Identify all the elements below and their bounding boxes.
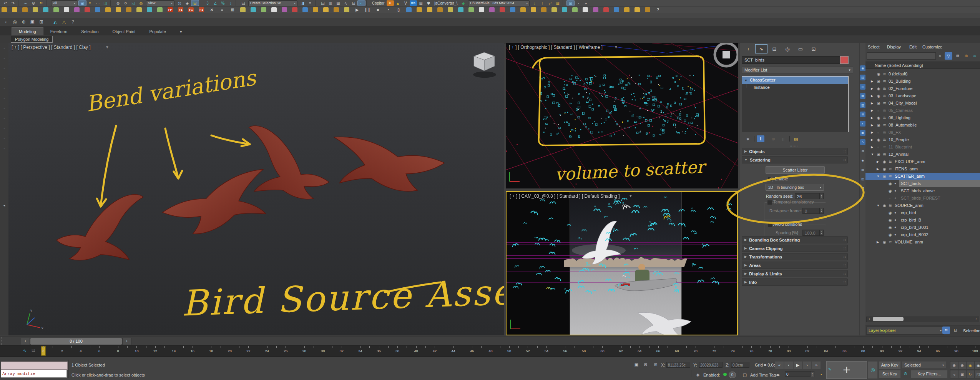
- set-key-button[interactable]: Set Key: [879, 370, 901, 378]
- ribbon-tab-modeling[interactable]: Modeling: [12, 27, 43, 35]
- select-and-scale-icon[interactable]: ◱: [130, 0, 137, 6]
- redo-icon[interactable]: ↷: [10, 0, 17, 6]
- plugin-icon[interactable]: [282, 7, 287, 12]
- left-strip-icon[interactable]: ▫: [2, 145, 7, 151]
- plugin-icon[interactable]: [313, 7, 318, 12]
- arrow-right-icon[interactable]: ▶: [871, 107, 873, 114]
- random-seed-spinner[interactable]: ▴▾: [819, 193, 824, 199]
- rollout-header-areas[interactable]: ▶Areas∷: [742, 262, 848, 269]
- left-strip-icon[interactable]: ▫: [2, 65, 7, 71]
- explorer-tool-icon[interactable]: ∿: [860, 139, 865, 145]
- explorer-tool-icon[interactable]: ◈: [860, 158, 865, 163]
- plugin-icon[interactable]: [64, 7, 69, 12]
- eye-icon[interactable]: ◉: [877, 100, 880, 107]
- mirror-icon[interactable]: ◨: [299, 0, 306, 6]
- plugin-icon[interactable]: ✕: [209, 7, 214, 12]
- plugin-icon[interactable]: [157, 7, 163, 12]
- x-coordinate-field[interactable]: 81123,25c: [666, 362, 690, 368]
- arrow-right-icon[interactable]: ▶: [871, 129, 873, 136]
- explorer-row[interactable]: ◉≋0 (default): [865, 70, 980, 78]
- explorer-row[interactable]: ●●SCT_birds_FOREST: [865, 195, 980, 202]
- utilities-tab[interactable]: ⊡: [808, 45, 819, 53]
- sub-object-dot-icon[interactable]: ◦: [2, 18, 10, 25]
- rollout-header-bounding-box-scattering[interactable]: ▶Bounding Box Scattering∷: [742, 236, 848, 243]
- save-plus-icon[interactable]: ⊞: [567, 0, 574, 6]
- named-selection-sets-dropdown[interactable]: Create Selection Se▾: [248, 0, 297, 6]
- plugin-icon[interactable]: [417, 7, 422, 12]
- explorer-row[interactable]: ▼◉≋12_Animal: [865, 151, 980, 158]
- perspective-viewport[interactable]: [ + ] [ Perspective ] [ Standard ] [ Cla…: [8, 43, 504, 335]
- arrow-down-icon[interactable]: ▼: [877, 173, 880, 180]
- plugin-icon[interactable]: [531, 7, 536, 12]
- vray-icon[interactable]: V: [402, 0, 409, 6]
- eye-icon[interactable]: ◉: [889, 180, 892, 187]
- ribbon-tab-populate[interactable]: Populate: [142, 28, 173, 35]
- archive-file-icon[interactable]: ▦: [554, 0, 561, 6]
- arrow-down-icon[interactable]: ▼: [871, 151, 874, 158]
- plugin-icon[interactable]: [572, 7, 578, 12]
- eye-icon[interactable]: ◉: [883, 238, 886, 246]
- left-strip-icon[interactable]: ▫: [2, 95, 7, 101]
- left-strip-icon[interactable]: ▫: [2, 85, 7, 91]
- soft-selection-icon[interactable]: ⊕: [20, 18, 28, 25]
- unlink-selection-icon[interactable]: ⊘: [30, 0, 37, 6]
- explorer-row[interactable]: ▶◉≋ITENS_anm: [865, 165, 980, 173]
- scroll-right-icon[interactable]: ›: [973, 317, 979, 321]
- arrow-right-icon[interactable]: ▶: [871, 136, 873, 143]
- explorer-row[interactable]: ▶◉≋02_Furniture: [865, 85, 980, 92]
- plugin-icon[interactable]: ?: [655, 7, 661, 12]
- arrow-right-icon[interactable]: ▶: [871, 100, 873, 107]
- eye-icon[interactable]: ◉: [877, 78, 880, 85]
- field-of-view-icon[interactable]: ◃: [950, 370, 958, 378]
- left-strip-icon[interactable]: ▫: [2, 125, 7, 131]
- toggle-scene-explorer-icon[interactable]: ▤: [319, 0, 327, 6]
- rollout-header-transformations[interactable]: ▶Transformations∷: [742, 253, 848, 260]
- macro-recorder-line[interactable]: [1, 362, 68, 370]
- eye-icon[interactable]: ◉: [883, 158, 886, 165]
- orbit-icon[interactable]: ↻: [966, 370, 974, 378]
- plugin-icon[interactable]: [251, 7, 256, 12]
- explorer-row[interactable]: ▼◉≋SOURCE_anm: [865, 202, 980, 209]
- explorer-menu-edit[interactable]: Edit: [909, 43, 917, 51]
- explorer-tool-icon[interactable]: ▣: [860, 130, 865, 136]
- scattering-rollout-header[interactable]: ▼ Scattering ∷: [742, 156, 848, 163]
- previous-frame-button[interactable]: ‹: [784, 361, 793, 369]
- plugin-icon[interactable]: ⊞: [230, 7, 235, 12]
- zoom-icon[interactable]: ⊕: [950, 361, 958, 370]
- explorer-tool-icon[interactable]: ◐: [860, 121, 865, 127]
- random-seed-field[interactable]: 26: [795, 193, 819, 199]
- temporal-consistency-checkbox[interactable]: [767, 200, 772, 205]
- slider-grip[interactable]: [1, 337, 4, 345]
- plugin-icon[interactable]: [271, 7, 277, 12]
- display-tab[interactable]: ▭: [795, 45, 806, 53]
- explorer-menu-select[interactable]: Select: [868, 43, 880, 51]
- zoom-extents-icon[interactable]: ◉: [966, 361, 974, 370]
- explorer-tool-icon[interactable]: ⊡: [860, 185, 865, 191]
- project-folder-dropdown[interactable]: C:\Users\Ale...3ds Max 2024▾: [468, 0, 530, 6]
- plugin-icon[interactable]: [406, 7, 412, 12]
- eye-off-icon[interactable]: ●: [889, 195, 891, 202]
- plugin-icon[interactable]: [603, 7, 609, 12]
- explorer-row[interactable]: ◉●crp_bird_B002: [865, 231, 980, 238]
- ribbon-tab-freeform[interactable]: Freeform: [43, 28, 75, 35]
- camera-viewport[interactable]: [ + ] [ CAM_03_@0.8 ] [ Standard ] [ Def…: [506, 191, 738, 335]
- pin-stack-icon[interactable]: ∗: [744, 135, 752, 142]
- left-strip-icon[interactable]: ▫: [2, 135, 7, 141]
- explorer-row[interactable]: ◉●crp_bird: [865, 209, 980, 217]
- plugin-icon[interactable]: [500, 7, 505, 12]
- edit-geometry-icon[interactable]: ▣: [28, 18, 37, 25]
- explorer-row[interactable]: ▶◉≋06_Lighting: [865, 114, 980, 122]
- y-coordinate-field[interactable]: 26020,623: [699, 362, 723, 368]
- isolate-selection-icon[interactable]: ▣: [633, 361, 640, 368]
- plugin-icon[interactable]: [136, 7, 142, 12]
- toggle-ribbon-icon[interactable]: ▦: [335, 0, 342, 6]
- explorer-row[interactable]: ▶◉≋08_Automobile: [865, 122, 980, 129]
- plugin-icon[interactable]: [43, 7, 48, 12]
- left-strip-icon[interactable]: ▫: [2, 115, 7, 121]
- create-tab[interactable]: +: [742, 45, 754, 53]
- motion-tab[interactable]: ◎: [782, 45, 793, 53]
- absolute-mode-icon[interactable]: ⊞: [652, 361, 659, 368]
- orthographic-viewport-label[interactable]: [ + ] [ Orthographic ] [ Standard ] [ Wi…: [509, 45, 603, 50]
- explorer-row[interactable]: ▶●≋11_Blueprint: [865, 143, 980, 151]
- ribbon-help-icon[interactable]: ?: [69, 18, 77, 25]
